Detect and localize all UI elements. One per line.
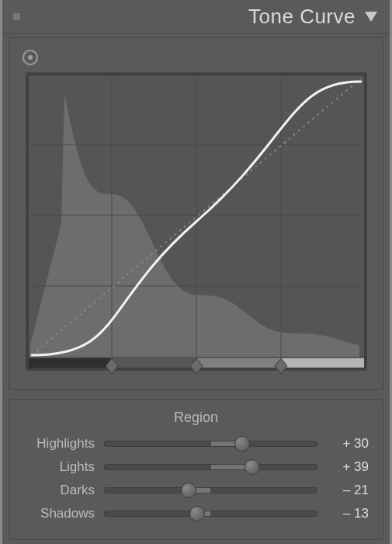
- split-segment: [280, 358, 364, 368]
- slider-row-shadows: Shadows– 13: [23, 502, 369, 525]
- split-handle[interactable]: [104, 357, 120, 374]
- slider-label: Shadows: [23, 506, 104, 521]
- slider-knob[interactable]: [245, 459, 260, 475]
- slider-label: Darks: [23, 483, 104, 498]
- region-title: Region: [23, 410, 369, 426]
- split-segment: [29, 358, 113, 368]
- slider-label: Highlights: [23, 436, 104, 452]
- split-segment: [113, 358, 196, 368]
- curve-group: [9, 37, 383, 390]
- svg-marker-14: [275, 358, 287, 374]
- panel-header: Tone Curve: [2, 0, 390, 34]
- slider-row-lights: Lights+ 39: [23, 455, 369, 479]
- split-handle[interactable]: [189, 357, 204, 374]
- slider-knob[interactable]: [189, 506, 205, 521]
- panel-title: Tone Curve: [248, 5, 356, 29]
- lights-slider[interactable]: [104, 464, 317, 470]
- targeted-adjustment-icon[interactable]: [22, 49, 372, 66]
- highlights-slider[interactable]: [104, 441, 317, 447]
- shadows-slider[interactable]: [104, 511, 317, 517]
- slider-value: + 30: [317, 436, 369, 452]
- slider-knob[interactable]: [181, 483, 196, 498]
- svg-point-2: [28, 55, 33, 60]
- slider-knob[interactable]: [234, 436, 250, 452]
- tone-curve-editor[interactable]: [26, 72, 367, 371]
- darks-slider[interactable]: [104, 487, 317, 493]
- split-segment: [196, 358, 280, 368]
- slider-value: – 13: [317, 506, 369, 521]
- svg-marker-12: [106, 358, 118, 374]
- collapse-triangle-icon[interactable]: [363, 10, 379, 24]
- svg-marker-13: [190, 358, 203, 374]
- split-handle[interactable]: [273, 357, 289, 374]
- slider-label: Lights: [23, 459, 104, 475]
- tone-curve-panel: Tone Curve Region Highlights+ 30Lights+ …: [0, 0, 392, 544]
- slider-value: – 21: [317, 483, 369, 498]
- region-group: Region Highlights+ 30Lights+ 39Darks– 21…: [9, 399, 383, 540]
- svg-marker-0: [365, 12, 377, 22]
- slider-row-highlights: Highlights+ 30: [23, 432, 369, 455]
- slider-value: + 39: [317, 459, 369, 475]
- slider-row-darks: Darks– 21: [23, 479, 369, 502]
- panel-toggle-icon[interactable]: [13, 13, 20, 20]
